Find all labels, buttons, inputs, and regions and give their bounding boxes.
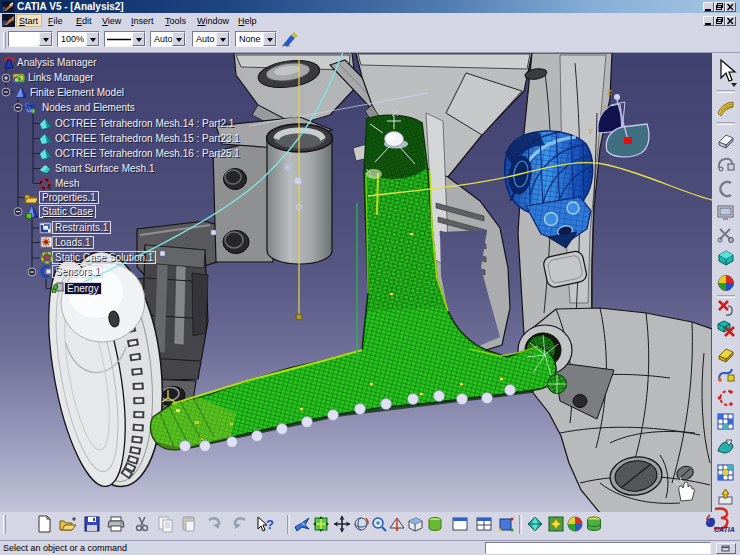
svg-text:Y: Y: [588, 127, 594, 136]
svg-text:Z: Z: [607, 88, 612, 97]
svg-text:X: X: [602, 103, 608, 112]
svg-text:CATIA: CATIA: [714, 526, 735, 533]
svg-text:?: ?: [266, 517, 274, 532]
